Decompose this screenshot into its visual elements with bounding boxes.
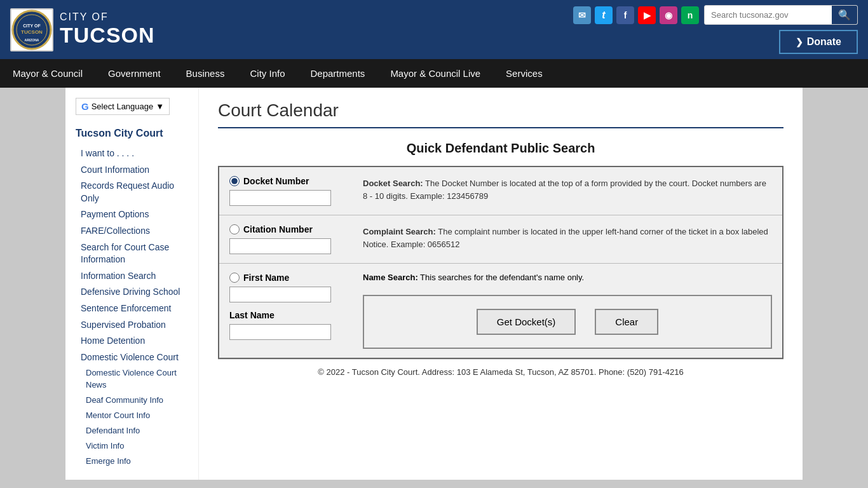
sidebar-item-home-detention[interactable]: Home Detention xyxy=(76,333,188,349)
search-input[interactable] xyxy=(705,7,832,23)
sidebar: G Select Language ▼ Tucson City Court I … xyxy=(65,88,199,480)
docket-radio-label[interactable]: Docket Number xyxy=(229,176,356,186)
nav-business[interactable]: Business xyxy=(173,59,238,88)
youtube-icon[interactable]: ▶ xyxy=(638,6,656,24)
name-desc-strong: Name Search: xyxy=(363,273,418,282)
nav-departments[interactable]: Departments xyxy=(298,59,378,88)
footer-text: © 2022 - Tucson City Court. Address: 103… xyxy=(318,367,683,377)
lastname-input[interactable] xyxy=(229,324,331,340)
tucson-text: TUCSON xyxy=(60,23,155,48)
sidebar-title: Tucson City Court xyxy=(76,128,188,139)
sidebar-item-emerge-info[interactable]: Emerge Info xyxy=(76,454,188,469)
sidebar-item-records-request[interactable]: Records Request Audio Only xyxy=(76,178,188,207)
search-section-title: Quick Defendant Public Search xyxy=(218,141,783,156)
sidebar-item-dv-court-news[interactable]: Domestic Violence Court News xyxy=(76,365,188,392)
docket-row: Docket Number Docket Search: The Docket … xyxy=(219,167,782,215)
citation-left: Citation Number xyxy=(229,224,356,254)
docket-radio[interactable] xyxy=(229,176,240,186)
nav-mayor-council[interactable]: Mayor & Council xyxy=(0,59,95,88)
docket-description: Docket Search: The Docket Number is loca… xyxy=(356,176,772,202)
svg-text:ARIZONA: ARIZONA xyxy=(25,38,39,42)
action-buttons-area: Get Docket(s) Clear xyxy=(363,295,772,349)
translate-chevron-icon: ▼ xyxy=(156,102,164,111)
social-icons: ✉ t f ▶ ◉ n xyxy=(573,6,699,24)
citation-radio[interactable] xyxy=(229,224,240,234)
city-logo: CITY OF TUCSON ARIZONA xyxy=(10,8,53,51)
docket-label: Docket Number xyxy=(243,176,309,186)
firstname-label: First Name xyxy=(243,273,289,283)
name-row: First Name Last Name Name Search: This s… xyxy=(219,264,782,358)
sidebar-item-i-want-to[interactable]: I want to . . . . xyxy=(76,146,188,162)
main-nav: Mayor & Council Government Business City… xyxy=(0,59,868,88)
citation-description: Complaint Search: The complaint number i… xyxy=(356,224,772,250)
name-radio-label[interactable]: First Name xyxy=(229,273,356,283)
sidebar-item-supervised-probation[interactable]: Supervised Probation xyxy=(76,317,188,334)
sidebar-item-defendant-info[interactable]: Defendant Info xyxy=(76,423,188,438)
docket-left: Docket Number xyxy=(229,176,356,206)
sidebar-item-payment-options[interactable]: Payment Options xyxy=(76,207,188,223)
city-of-text: CITY OF xyxy=(60,11,155,23)
instagram-icon[interactable]: ◉ xyxy=(660,6,677,24)
nextdoor-icon[interactable]: n xyxy=(681,6,699,24)
citation-input[interactable] xyxy=(229,238,331,254)
name-fields: First Name Last Name xyxy=(229,273,356,340)
sidebar-item-deaf-community[interactable]: Deaf Community Info xyxy=(76,393,188,408)
page-title: Court Calendar xyxy=(218,100,783,128)
sidebar-item-defensive-driving[interactable]: Defensive Driving School xyxy=(76,284,188,301)
nav-mayor-council-live[interactable]: Mayor & Council Live xyxy=(377,59,493,88)
facebook-icon[interactable]: f xyxy=(616,6,634,24)
sidebar-item-victim-info[interactable]: Victim Info xyxy=(76,438,188,454)
email-icon[interactable]: ✉ xyxy=(573,6,591,24)
nav-government[interactable]: Government xyxy=(95,59,173,88)
name-desc-text: This searches for the defendant's name o… xyxy=(418,273,584,282)
main-content: Court Calendar Quick Defendant Public Se… xyxy=(199,88,803,480)
translate-label: Select Language xyxy=(92,102,154,111)
name-description: Name Search: This searches for the defen… xyxy=(363,273,772,282)
search-bar: 🔍 xyxy=(704,5,858,25)
header-right: ✉ t f ▶ ◉ n 🔍 Donate xyxy=(573,5,858,54)
search-button[interactable]: 🔍 xyxy=(832,6,857,24)
firstname-input[interactable] xyxy=(229,287,331,302)
name-right: Name Search: This searches for the defen… xyxy=(356,273,772,349)
search-form: Docket Number Docket Search: The Docket … xyxy=(218,166,783,359)
citation-radio-label[interactable]: Citation Number xyxy=(229,224,356,234)
nav-city-info[interactable]: City Info xyxy=(237,59,297,88)
citation-row: Citation Number Complaint Search: The co… xyxy=(219,215,782,264)
sidebar-item-search-court-case[interactable]: Search for Court Case Information xyxy=(76,240,188,268)
lastname-label-text: Last Name xyxy=(229,310,356,320)
citation-desc-strong: Complaint Search: xyxy=(363,227,436,236)
donate-button[interactable]: Donate xyxy=(779,30,858,54)
docket-input[interactable] xyxy=(229,190,331,206)
svg-text:TUCSON: TUCSON xyxy=(21,29,43,35)
sidebar-item-court-information[interactable]: Court Information xyxy=(76,162,188,179)
logo-area: CITY OF TUCSON ARIZONA CITY OF TUCSON xyxy=(10,8,155,51)
sidebar-item-mentor-court[interactable]: Mentor Court Info xyxy=(76,408,188,423)
footer: © 2022 - Tucson City Court. Address: 103… xyxy=(218,359,783,384)
get-dockets-button[interactable]: Get Docket(s) xyxy=(477,309,576,335)
docket-desc-strong: Docket Search: xyxy=(363,179,423,188)
nav-services[interactable]: Services xyxy=(493,59,555,88)
docket-desc-text: The Docket Number is located at the top … xyxy=(363,179,766,201)
sidebar-item-information-search[interactable]: Information Search xyxy=(76,268,188,285)
google-translate-widget[interactable]: G Select Language ▼ xyxy=(76,98,170,115)
site-title: CITY OF TUCSON xyxy=(60,11,155,48)
sidebar-item-sentence-enforcement[interactable]: Sentence Enforcement xyxy=(76,301,188,317)
twitter-icon[interactable]: t xyxy=(595,6,613,24)
name-radio[interactable] xyxy=(229,273,240,283)
social-search-area: ✉ t f ▶ ◉ n 🔍 xyxy=(573,5,858,25)
sidebar-item-dv-court[interactable]: Domestic Violence Court xyxy=(76,349,188,366)
citation-label: Citation Number xyxy=(243,224,313,234)
sidebar-item-fare-collections[interactable]: FARE/Collections xyxy=(76,223,188,240)
svg-text:CITY OF: CITY OF xyxy=(23,24,41,28)
clear-button[interactable]: Clear xyxy=(595,309,658,335)
google-g-icon: G xyxy=(81,101,89,112)
